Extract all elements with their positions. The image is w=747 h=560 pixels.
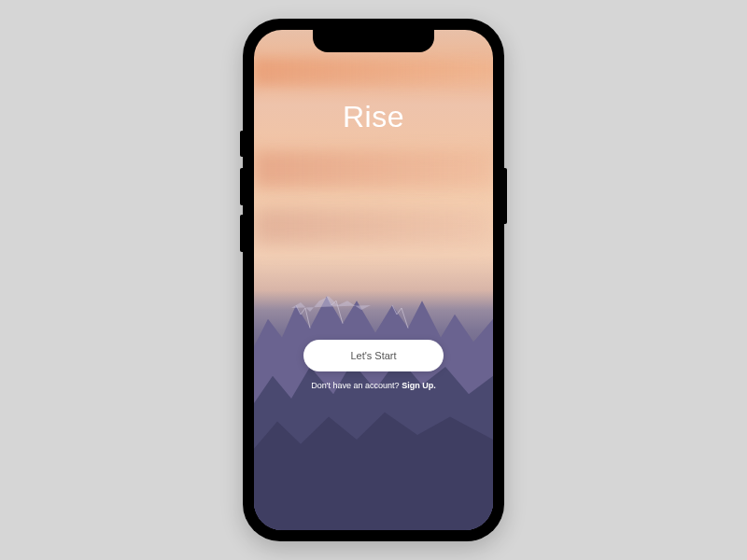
lets-start-button[interactable]: Let's Start — [303, 340, 443, 371]
signup-prompt-text: Don't have an account? — [311, 381, 402, 390]
sky-cloud — [254, 207, 493, 245]
sky-cloud — [254, 58, 493, 86]
phone-device-frame: Rise Let's Start Don't have an account? … — [243, 19, 504, 541]
app-title: Rise — [254, 100, 493, 134]
phone-side-button — [240, 168, 243, 205]
app-screen: Rise Let's Start Don't have an account? … — [254, 30, 493, 530]
signup-link[interactable]: Sign Up. — [402, 381, 436, 390]
welcome-actions: Let's Start Don't have an account? Sign … — [254, 340, 493, 390]
phone-side-button — [240, 131, 243, 157]
sky-cloud — [254, 151, 493, 189]
phone-notch — [313, 30, 434, 52]
phone-side-button — [504, 168, 507, 224]
phone-side-button — [240, 215, 243, 252]
signup-prompt: Don't have an account? Sign Up. — [311, 381, 435, 390]
